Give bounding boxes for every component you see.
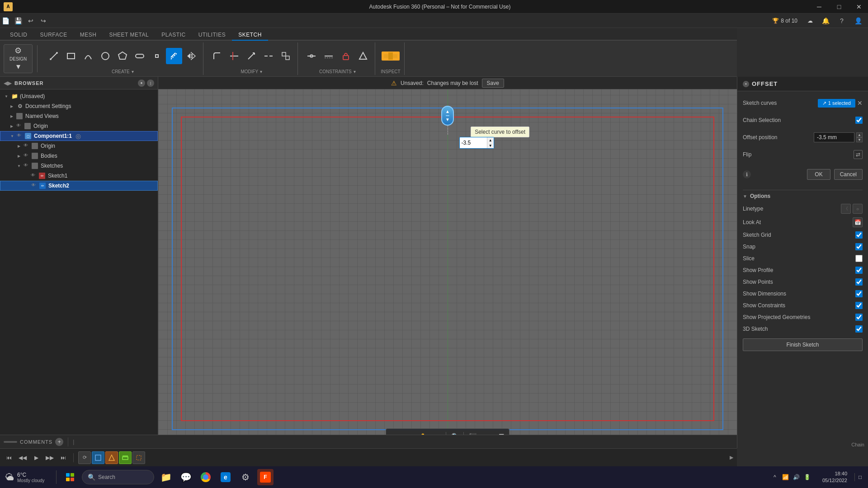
spin-up-button[interactable]: ▲ xyxy=(487,137,494,143)
timeline-scroll-arrow[interactable]: ▶ xyxy=(730,455,733,460)
canvas-offset-input[interactable]: -3.5 ▲ ▼ xyxy=(459,137,494,149)
show-projected-geometries-checkbox[interactable] xyxy=(855,314,863,321)
add-comment-button[interactable]: + xyxy=(55,438,63,446)
collapse-bar-button[interactable]: | xyxy=(73,439,74,445)
tree-item-unsaved[interactable]: ▼ 📁 (Unsaved) xyxy=(0,91,158,101)
show-profile-checkbox[interactable] xyxy=(855,267,863,274)
tab-mesh[interactable]: MESH xyxy=(74,30,103,41)
arc-tool-button[interactable] xyxy=(80,48,96,64)
tab-utilities[interactable]: UTILITIES xyxy=(192,30,232,41)
cancel-button[interactable]: Cancel xyxy=(834,169,863,180)
chain-selection-checkbox[interactable] xyxy=(855,117,863,124)
tree-item-doc-settings[interactable]: ▶ ⚙ Document Settings xyxy=(0,101,158,111)
show-desktop-button[interactable]: □ xyxy=(854,473,863,481)
show-dimensions-checkbox[interactable] xyxy=(855,290,863,297)
options-section-header[interactable]: ▼ Options xyxy=(743,190,863,202)
ok-button[interactable]: OK xyxy=(807,169,830,180)
rectangle-tool-button[interactable] xyxy=(63,48,79,64)
network-icon[interactable]: 📶 xyxy=(782,473,790,481)
timeline-play-button[interactable]: ▶ xyxy=(31,452,42,463)
taskbar-chat-button[interactable]: 💬 xyxy=(178,469,194,485)
spin-down-button[interactable]: ▼ xyxy=(487,143,494,148)
trim-tool-button[interactable] xyxy=(226,48,242,64)
linetype-btn-1[interactable]: 〈 xyxy=(841,204,851,214)
clock-area[interactable]: 18:40 05/12/2022 xyxy=(819,470,851,484)
three-d-sketch-checkbox[interactable] xyxy=(855,325,863,333)
sketch-grid-checkbox[interactable] xyxy=(855,231,863,239)
browser-collapse-button[interactable]: | xyxy=(147,80,154,87)
notification-button[interactable]: 🔔 xyxy=(819,14,832,27)
pos-spin-down[interactable]: ▼ xyxy=(856,137,863,142)
qa-redo-button[interactable]: ↪ xyxy=(38,15,49,26)
tab-sheet-metal[interactable]: SHEET METAL xyxy=(103,30,155,41)
create-arrow[interactable]: ▾ xyxy=(132,69,134,74)
polygon-tool-button[interactable] xyxy=(114,48,131,64)
tree-item-sketch1[interactable]: 👁 ✏ Sketch1 xyxy=(0,171,158,181)
canvas-area[interactable]: ⚠ Unsaved: Changes may be lost Save ▲ ▼ xyxy=(158,77,737,448)
profile-button[interactable]: 👤 xyxy=(852,14,864,27)
finish-sketch-button[interactable]: Finish Sketch xyxy=(743,338,863,351)
tree-item-comp-origin[interactable]: ▶ 👁 Origin xyxy=(0,141,158,151)
constraints-arrow[interactable]: ▾ xyxy=(354,69,356,74)
tree-item-origin-top[interactable]: ▶ 👁 Origin xyxy=(0,121,158,131)
help-button[interactable]: ? xyxy=(835,14,848,27)
circle-tool-button[interactable] xyxy=(97,48,113,64)
offset-handle[interactable]: ▲ ▼ xyxy=(441,106,454,135)
offset-handle-body[interactable]: ▲ ▼ xyxy=(441,106,454,126)
modify-arrow[interactable]: ▾ xyxy=(260,69,262,74)
point-tool-button[interactable] xyxy=(149,48,165,64)
mirror-tool-button[interactable] xyxy=(183,48,199,64)
design-dropdown-button[interactable]: ⚙ DESIGN ▾ xyxy=(4,44,33,73)
pos-spin-up[interactable]: ▲ xyxy=(856,132,863,137)
scale-tool-button[interactable] xyxy=(278,48,294,64)
timeline-prev-button[interactable]: ◀◀ xyxy=(17,452,28,463)
taskbar-app1-button[interactable]: ⚙ xyxy=(237,469,254,485)
linetype-btn-2[interactable]: ○ xyxy=(853,204,863,214)
qa-save-button[interactable]: 💾 xyxy=(13,15,24,26)
tab-sketch[interactable]: SKETCH xyxy=(232,30,268,41)
timeline-item-3[interactable] xyxy=(105,451,118,464)
timeline-item-1[interactable]: ⟳ xyxy=(78,451,91,464)
break-tool-button[interactable] xyxy=(260,48,277,64)
start-button[interactable] xyxy=(62,469,78,485)
browser-options-button[interactable]: ● xyxy=(138,80,145,87)
slice-checkbox[interactable] xyxy=(855,255,863,262)
dimension-button[interactable] xyxy=(355,48,371,64)
taskbar-search[interactable]: 🔍 Search xyxy=(82,470,154,484)
tree-item-sketches[interactable]: ▼ 👁 Sketches xyxy=(0,161,158,171)
lock-button[interactable] xyxy=(338,48,354,64)
tree-item-sketch2[interactable]: 👁 ✏ Sketch2 xyxy=(0,181,158,191)
slot-tool-button[interactable] xyxy=(132,48,148,64)
selected-button[interactable]: ↗ 1 selected xyxy=(818,99,855,108)
tray-chevron-icon[interactable]: ^ xyxy=(771,473,779,481)
timeline-next-button[interactable]: ▶▶ xyxy=(44,452,55,463)
offset-position-input[interactable]: -3.5 mm xyxy=(814,132,854,142)
save-button[interactable]: Save xyxy=(482,79,504,88)
taskbar-browser-button[interactable]: e xyxy=(217,469,234,485)
extend-tool-button[interactable] xyxy=(243,48,259,64)
tree-item-bodies[interactable]: ▶ 👁 Bodies xyxy=(0,151,158,161)
tab-plastic[interactable]: PLASTIC xyxy=(155,30,192,41)
minimize-button[interactable]: ─ xyxy=(810,0,828,14)
qa-undo-button[interactable]: ↩ xyxy=(25,15,36,26)
sketch-inner-rectangle[interactable] xyxy=(181,117,714,421)
snap-checkbox[interactable] xyxy=(855,243,863,250)
show-points-checkbox[interactable] xyxy=(855,278,863,286)
close-button[interactable]: ✕ xyxy=(850,0,868,14)
timeline-end-button[interactable]: ⏭ xyxy=(58,452,69,463)
taskbar-chrome-button[interactable] xyxy=(198,469,214,485)
timeline-item-5[interactable] xyxy=(132,451,145,464)
info-button[interactable]: ℹ xyxy=(743,170,751,178)
volume-icon[interactable]: 🔊 xyxy=(793,473,801,481)
coincident-button[interactable] xyxy=(303,48,320,64)
show-constraints-checkbox[interactable] xyxy=(855,302,863,309)
qa-new-button[interactable]: 📄 xyxy=(0,15,11,26)
tree-item-component1[interactable]: ▼ 👁 ◻ Component1:1 ◎ xyxy=(0,131,158,141)
tab-surface[interactable]: SURFACE xyxy=(34,30,74,41)
timeline-start-button[interactable]: ⏮ xyxy=(4,452,14,463)
look-at-button[interactable]: 📅 xyxy=(853,217,863,227)
tree-item-named-views[interactable]: ▶ Named Views xyxy=(0,111,158,121)
offset-value-field[interactable]: -3.5 xyxy=(460,139,487,147)
offset-tool-button[interactable] xyxy=(166,48,182,64)
comments-drag-handle[interactable] xyxy=(4,441,17,443)
